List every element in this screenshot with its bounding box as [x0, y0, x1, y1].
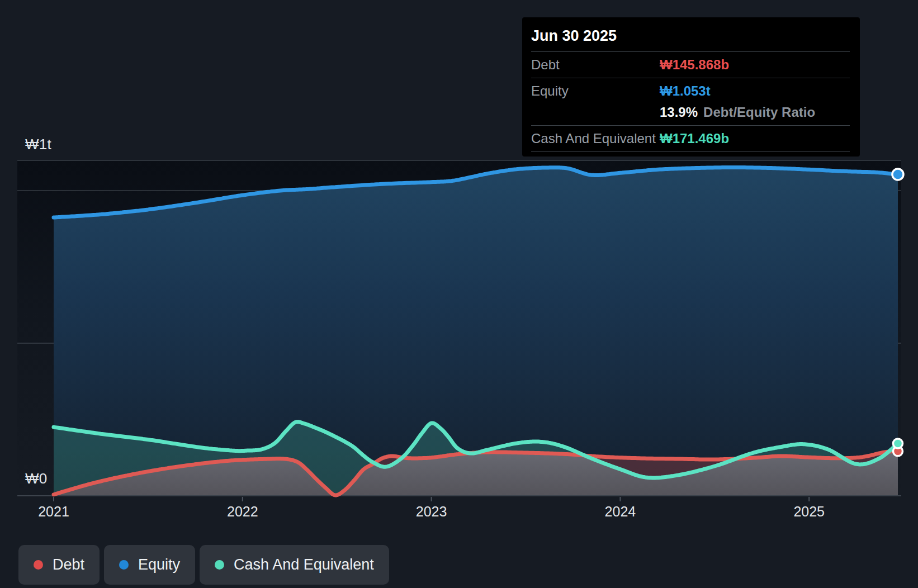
y-axis-label-1t: ₩1t: [25, 136, 51, 153]
tooltip-row-debt: Debt ₩145.868b: [531, 51, 850, 78]
legend-equity-label: Equity: [138, 556, 180, 573]
tooltip-ratio-label: Debt/Equity Ratio: [703, 105, 815, 120]
tooltip-bottom-divider: [531, 151, 850, 155]
legend-item-cash[interactable]: Cash And Equivalent: [200, 545, 389, 585]
legend-item-equity[interactable]: Equity: [104, 545, 195, 585]
tooltip-debt-label: Debt: [531, 57, 660, 73]
debt-color-dot-icon: [34, 560, 43, 570]
x-axis-label-2021: 2021: [38, 504, 69, 520]
legend-debt-label: Debt: [53, 556, 84, 573]
chart-page: ₩1t ₩0 20212022202320242025 Jun 30 2025 …: [0, 0, 918, 588]
tooltip-cash-label: Cash And Equivalent: [531, 131, 660, 146]
x-axis-label-2023: 2023: [416, 504, 447, 520]
tooltip-debt-value: ₩145.868b: [660, 57, 729, 73]
chart-tooltip: Jun 30 2025 Debt ₩145.868b Equity ₩1.053…: [522, 17, 860, 157]
x-axis-label-2022: 2022: [227, 504, 258, 520]
y-axis-label-0: ₩0: [25, 470, 48, 487]
tooltip-equity-label: Equity: [531, 83, 660, 99]
tooltip-cash-value: ₩171.469b: [660, 131, 729, 146]
tooltip-ratio-value: 13.9%: [660, 105, 698, 120]
x-axis-label-2024: 2024: [605, 504, 636, 520]
equity-color-dot-icon: [119, 560, 129, 570]
equity-endpoint-marker: [892, 169, 903, 180]
chart-legend: Debt Equity Cash And Equivalent: [18, 545, 389, 585]
cash-color-dot-icon: [215, 560, 224, 570]
cash-endpoint-marker: [893, 439, 902, 448]
tooltip-row-cash: Cash And Equivalent ₩171.469b: [531, 125, 850, 151]
legend-cash-label: Cash And Equivalent: [234, 556, 374, 573]
tooltip-row-equity: Equity ₩1.053t: [531, 78, 850, 104]
tooltip-date: Jun 30 2025: [531, 24, 850, 51]
tooltip-equity-value: ₩1.053t: [660, 83, 711, 99]
tooltip-row-ratio: 13.9% Debt/Equity Ratio: [531, 104, 850, 125]
legend-item-debt[interactable]: Debt: [18, 545, 100, 585]
x-axis-label-2025: 2025: [793, 504, 825, 520]
